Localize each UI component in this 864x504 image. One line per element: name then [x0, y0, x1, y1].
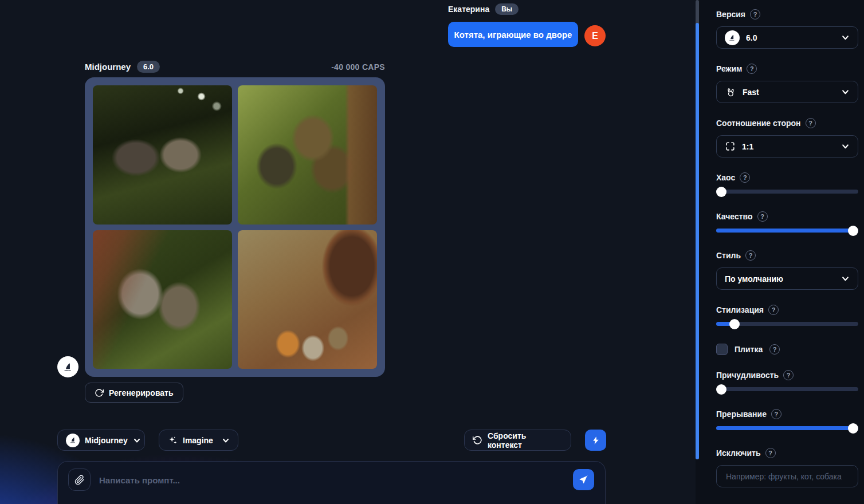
rabbit-icon	[725, 86, 736, 98]
model-select-midjourney[interactable]: Midjourney	[57, 430, 145, 451]
slider-fill	[716, 229, 858, 233]
exclude-label-row: Исключить ?	[716, 448, 858, 458]
sailboat-icon	[725, 30, 740, 45]
help-icon[interactable]: ?	[783, 370, 794, 380]
exclude-input[interactable]	[716, 465, 858, 487]
bot-version-badge: 6.0	[137, 61, 160, 73]
settings-sidebar: Версия ? 6.0 Режим ?	[699, 0, 864, 504]
help-icon[interactable]: ?	[740, 172, 750, 183]
help-icon[interactable]: ?	[765, 448, 776, 458]
paper-plane-icon	[579, 475, 588, 485]
regenerate-button[interactable]: Регенерировать	[85, 383, 183, 403]
tile-checkbox[interactable]	[716, 344, 728, 355]
action-select-imagine[interactable]: Imagine	[159, 430, 238, 451]
refresh-icon	[95, 388, 104, 397]
model-select-label: Midjourney	[85, 436, 128, 445]
bot-name: Midjourney	[85, 62, 131, 72]
prompt-input[interactable]	[98, 468, 513, 492]
slider-handle[interactable]	[848, 423, 858, 434]
user-name: Екатерина	[448, 5, 489, 14]
slider-handle[interactable]	[729, 319, 740, 329]
help-icon[interactable]: ?	[750, 9, 760, 19]
chevron-down-icon	[841, 274, 850, 283]
help-icon[interactable]: ?	[771, 409, 781, 419]
tile-checkbox-row: Плитка ?	[716, 344, 858, 355]
style-select[interactable]: По умолчанию	[716, 267, 858, 290]
bot-message-header: Midjourney 6.0 -40 000 CAPS	[85, 61, 385, 73]
stop-label-row: Прерывание ?	[716, 409, 858, 419]
stop-slider[interactable]	[716, 426, 858, 430]
version-label-row: Версия ?	[716, 9, 858, 19]
mode-select[interactable]: Fast	[716, 81, 858, 103]
action-select-label: Imagine	[183, 436, 213, 445]
style-value: По умолчанию	[725, 274, 783, 284]
generated-image-4[interactable]	[238, 230, 377, 369]
stylization-slider[interactable]	[716, 322, 858, 326]
version-select[interactable]: 6.0	[716, 26, 858, 49]
user-avatar[interactable]: E	[584, 25, 606, 46]
boost-button[interactable]	[585, 430, 606, 451]
slider-fill	[716, 426, 858, 430]
chevron-down-icon	[222, 436, 230, 444]
help-icon[interactable]: ?	[745, 250, 756, 261]
user-message-meta: Екатерина Вы	[448, 3, 519, 15]
aspect-select[interactable]: 1:1	[716, 135, 858, 158]
regenerate-label: Регенерировать	[109, 388, 174, 397]
generated-image-2[interactable]	[238, 85, 377, 225]
quality-label: Качество	[716, 212, 753, 221]
chevron-down-icon	[841, 33, 850, 42]
help-icon[interactable]: ?	[757, 211, 768, 222]
chaos-slider[interactable]	[716, 190, 858, 194]
send-button[interactable]	[573, 469, 594, 490]
chat-area: Екатерина Вы Котята, играющие во дворе E…	[0, 0, 696, 504]
stylization-label-row: Стилизация ?	[716, 305, 858, 315]
slider-handle[interactable]	[716, 384, 726, 395]
user-message-bubble: Котята, играющие во дворе	[448, 22, 578, 47]
stylization-label: Стилизация	[716, 305, 764, 314]
mode-label: Режим	[716, 64, 742, 73]
generated-image-3[interactable]	[93, 230, 232, 369]
generated-image-grid	[85, 77, 385, 377]
aspect-label: Соотношение сторон	[716, 119, 801, 128]
you-badge: Вы	[495, 3, 519, 15]
sailboat-icon	[66, 434, 80, 447]
chevron-down-icon	[841, 142, 850, 151]
version-label: Версия	[716, 10, 745, 19]
quality-label-row: Качество ?	[716, 211, 858, 222]
chaos-label-row: Хаос ?	[716, 172, 858, 183]
attach-file-button[interactable]	[68, 468, 91, 491]
quality-slider[interactable]	[716, 229, 858, 233]
slider-handle[interactable]	[716, 187, 726, 197]
lightning-icon	[591, 436, 600, 445]
help-icon[interactable]: ?	[768, 305, 779, 315]
bot-avatar	[57, 356, 78, 377]
help-icon[interactable]: ?	[769, 344, 780, 355]
exclude-label: Исключить	[716, 448, 761, 458]
tile-label: Плитка	[735, 345, 763, 354]
user-avatar-letter: E	[592, 31, 598, 41]
slider-handle[interactable]	[848, 226, 858, 236]
weirdness-slider[interactable]	[716, 387, 858, 391]
chaos-label: Хаос	[716, 173, 735, 182]
weirdness-label: Причудливость	[716, 371, 779, 380]
weirdness-label-row: Причудливость ?	[716, 370, 858, 380]
caps-cost: -40 000 CAPS	[331, 62, 385, 72]
chevron-down-icon	[841, 88, 850, 96]
prompt-bar	[57, 461, 606, 504]
chevron-down-icon	[133, 436, 141, 444]
aspect-label-row: Соотношение сторон ?	[716, 118, 858, 128]
user-message-text: Котята, играющие во дворе	[454, 30, 572, 40]
generated-image-1[interactable]	[93, 85, 232, 225]
help-icon[interactable]: ?	[806, 118, 816, 128]
aspect-value: 1:1	[742, 142, 753, 151]
style-label-row: Стиль ?	[716, 250, 858, 261]
stop-label: Прерывание	[716, 410, 767, 419]
style-label: Стиль	[716, 251, 741, 260]
sparkles-icon	[167, 435, 178, 446]
help-icon[interactable]: ?	[747, 64, 757, 74]
mode-label-row: Режим ?	[716, 64, 858, 74]
crop-frame-icon	[725, 141, 736, 152]
reset-context-button[interactable]: Сбросить контекст	[464, 430, 571, 451]
sailboat-icon	[62, 361, 74, 373]
reset-context-label: Сбросить контекст	[488, 431, 563, 450]
